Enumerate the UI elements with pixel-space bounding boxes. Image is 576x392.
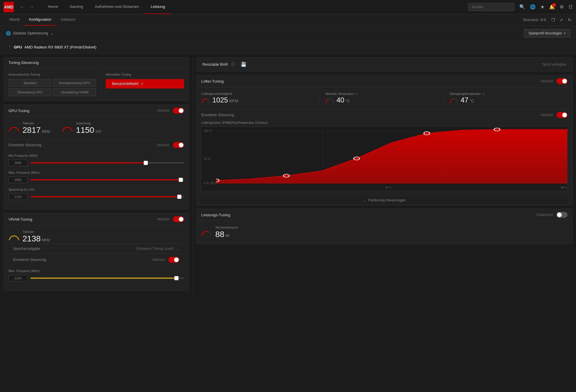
feintuning-label: Feintuning-Steuerungen xyxy=(368,198,406,202)
vram-toggle[interactable] xyxy=(173,216,184,222)
plus-icon: + xyxy=(564,31,566,35)
gpu-tuning-toggle[interactable] xyxy=(173,108,184,114)
tuning-steuerung-card: Tuning-Steuerung Automatisches Tuning St… xyxy=(4,57,189,101)
nav-link-aufnehmen[interactable]: Aufnehmen und Streamen xyxy=(89,0,145,14)
global-optimization[interactable]: 🌐 Globale Optimierung ⌄ xyxy=(6,31,53,36)
svg-point-1 xyxy=(216,179,219,182)
svg-marker-0 xyxy=(216,130,567,184)
fan-tuning-title: Lüfter-Tuning xyxy=(201,79,224,83)
amd-logo[interactable]: AMD xyxy=(4,2,14,12)
gpu-tuning-title: GPU-Tuning xyxy=(8,109,30,113)
nav-link-home[interactable]: Home xyxy=(42,0,64,14)
option-uebertaktung-gpu[interactable]: Übertaktung GPU xyxy=(8,88,51,96)
grid-icon[interactable]: ☷ xyxy=(568,4,572,10)
vram-max-freq-track[interactable] xyxy=(30,278,184,279)
chevron-down-icon: ⌄ xyxy=(176,247,179,251)
fan-erweiterte-toggle[interactable] xyxy=(556,112,568,118)
fan-uebergang-label: Übergangstemperatur xyxy=(450,92,481,95)
spannung-mv-input[interactable] xyxy=(8,194,27,200)
search-icon[interactable]: 🔍 xyxy=(519,4,525,10)
check-icon: ✓ xyxy=(141,82,144,86)
fan-erweiterte-row: Erweiterte Steuerung Aktiviert xyxy=(197,109,572,121)
refresh-icon[interactable]: ↻ xyxy=(568,18,571,22)
chart-y-100: 100 % xyxy=(204,129,212,133)
vram-status: Aktiviert xyxy=(157,217,169,221)
chart-x-end: 90°C xyxy=(561,186,567,189)
vram-erweiterte-toggle[interactable] xyxy=(168,257,179,263)
fan-temp-metric: Aktuelle Temperatur ⓘ 40 °C xyxy=(319,92,443,104)
star-icon[interactable]: ★ xyxy=(540,4,544,10)
back-button[interactable]: ← xyxy=(19,3,26,11)
tab-konfiguration[interactable]: Konfiguration xyxy=(24,14,56,26)
stromverbrauch-value: 88 xyxy=(215,230,224,239)
min-freq-slider: Min Frequenz (MHz) xyxy=(8,154,184,166)
fan-speed-unit: RPM xyxy=(229,99,238,103)
right-panel: Resizable BAR ⓘ 💾 Nicht verfügbar Lüfter… xyxy=(193,54,576,295)
max-freq-track[interactable] xyxy=(30,179,184,180)
min-freq-input[interactable] xyxy=(8,160,27,166)
custom-button[interactable]: Benutzerdefiniert ✓ xyxy=(106,79,184,88)
vram-tuning-title: VRAM-Tuning xyxy=(8,217,32,222)
question-icon[interactable]: ⓘ xyxy=(231,62,235,67)
max-freq-input[interactable] xyxy=(8,177,27,183)
fan-chart: 100 % 50 % 0 %, 25°C xyxy=(201,127,568,191)
add-profile-button[interactable]: Spielprofil hinzufügen + xyxy=(524,29,570,37)
fan-temp-label: Aktuelle Temperatur xyxy=(325,92,354,95)
spannung-metric: Spannung 1150 mV xyxy=(62,121,101,135)
temp-info-icon[interactable]: ⓘ xyxy=(355,92,358,96)
option-uebertaktung-vram[interactable]: Übertaktung VRAM xyxy=(53,88,96,96)
forward-button[interactable]: → xyxy=(28,3,35,11)
left-panel: Tuning-Steuerung Automatisches Tuning St… xyxy=(0,54,193,295)
spannung-value: 1150 xyxy=(76,126,94,135)
taktrate-unit: MHz xyxy=(42,129,50,134)
svg-point-2 xyxy=(283,174,289,177)
uebergang-info-icon[interactable]: ⓘ xyxy=(482,92,485,96)
feintuning-row[interactable]: ⌄ Feintuning-Steuerungen xyxy=(200,196,569,205)
vram-max-freq-label: Max. Frequenz (MHz) xyxy=(8,269,184,273)
erweiterte-toggle[interactable] xyxy=(173,142,184,148)
vram-erweiterte-status: Aktiviert xyxy=(152,258,165,262)
collapse-icon[interactable]: ⌃ xyxy=(8,45,11,49)
chevron-down-icon: ⌄ xyxy=(50,31,53,35)
vram-max-freq-input[interactable] xyxy=(8,275,27,281)
vram-erweiterte-label: Erweiterte Steuerung xyxy=(13,258,46,262)
option-standard[interactable]: Standard xyxy=(8,79,51,87)
export-icon[interactable]: ❐ xyxy=(551,18,555,22)
chart-y-0: 0 %, 25°C xyxy=(204,182,217,185)
fan-status: Aktiviert xyxy=(540,79,553,83)
toolbar: 🌐 Globale Optimierung ⌄ Spielprofil hinz… xyxy=(0,26,576,41)
chevron-down-icon: ⌄ xyxy=(363,198,366,202)
search-input[interactable] xyxy=(468,3,515,11)
option-energiesenkung[interactable]: Energiesenkung GPU xyxy=(53,79,96,87)
settings-icon[interactable]: ⚙ xyxy=(560,4,564,10)
speicherzeitgabe-row: Speicherzeitgabe Schnelles Timing Level2… xyxy=(8,243,184,254)
vram-tuning-card: VRAM-Tuning Aktiviert xyxy=(4,213,189,291)
tab-advisors[interactable]: Advisors xyxy=(56,14,80,26)
stresstest-button[interactable]: Stresstest ⚙⚙ xyxy=(523,18,546,22)
notification-icon[interactable]: 🔔 1 xyxy=(549,4,555,10)
nav-link-gaming[interactable]: Gaming xyxy=(64,0,89,14)
min-freq-track[interactable] xyxy=(30,162,184,163)
spannung-label: Spannung xyxy=(76,121,101,125)
gpu-header: ⌃ GPU AMD Radeon RX 6800 XT (Primär/Disk… xyxy=(0,41,576,54)
spannung-mv-label: Spannung (in mV) xyxy=(8,188,184,191)
gpu-tuning-card: GPU-Tuning Aktiviert xyxy=(4,104,189,210)
nav-link-leistung[interactable]: Leistung xyxy=(145,0,171,14)
spannung-mv-track[interactable] xyxy=(30,196,184,197)
share-icon[interactable]: ➚ xyxy=(560,18,563,22)
max-freq-slider: Max. Frequenz (MHz) xyxy=(8,171,184,183)
spannung-mv-slider: Spannung (in mV) xyxy=(8,188,184,200)
tab-metrik[interactable]: Metrik xyxy=(5,14,24,26)
leistungs-toggle[interactable] xyxy=(556,212,568,218)
gpu-label: GPU xyxy=(14,45,22,49)
fan-toggle[interactable] xyxy=(556,78,568,84)
fan-speed-label: Lüftergeschwindigkeit xyxy=(201,92,313,95)
speicherzeitgabe-label: Speicherzeitgabe xyxy=(13,247,40,251)
speicherzeitgabe-select[interactable]: Schnelles Timing Level2 ⌄ xyxy=(136,247,179,251)
stresstest-icon: ⚙⚙ xyxy=(540,18,546,22)
chart-x-mid: 57°C xyxy=(385,186,392,189)
globe-icon[interactable]: 🌐 xyxy=(530,4,536,10)
resizable-bar-label: Resizable BAR xyxy=(202,62,228,67)
sub-nav: Metrik Konfiguration Advisors Stresstest… xyxy=(0,14,576,26)
resizable-bar-card: Resizable BAR ⓘ 💾 Nicht verfügbar xyxy=(196,57,572,72)
